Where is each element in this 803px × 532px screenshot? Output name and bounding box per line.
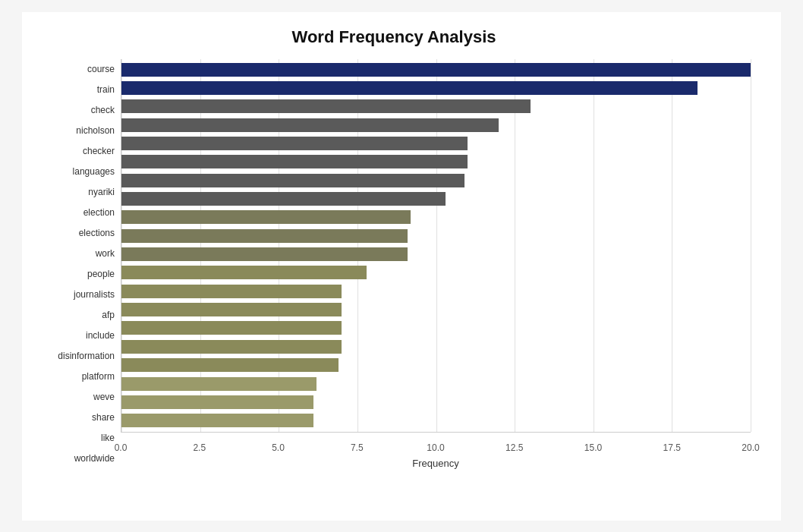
x-tick: 10.0 [427,442,444,453]
x-axis: 0.02.55.07.510.012.515.017.520.0 [121,432,751,455]
x-tick: 17.5 [663,442,681,453]
y-label: disinformation [58,347,115,365]
bar [121,63,751,77]
bar [121,118,499,132]
y-label: nicholson [76,121,115,140]
bar [121,414,313,427]
y-label: people [87,265,115,283]
bar-row [121,264,751,281]
y-label: work [96,244,115,263]
bar [121,229,408,243]
bar-row [121,357,751,373]
y-label: journalists [74,285,115,304]
bar [121,247,408,261]
y-label: platform [82,367,115,386]
grid-line [751,59,751,432]
x-tick: 7.5 [351,442,364,453]
bar [121,210,411,224]
bar [121,303,342,316]
bar-row [121,246,751,263]
bar [121,99,531,113]
y-label: share [92,408,115,427]
chart-container: Word Frequency Analysis coursetraincheck… [22,12,781,521]
x-tick: 20.0 [742,442,759,453]
y-label: elections [79,224,115,242]
y-label: nyariki [88,183,115,201]
y-label: train [97,80,115,99]
y-label: like [101,429,115,447]
bar [121,81,698,95]
bar [121,266,367,279]
x-tick: 15.0 [584,442,602,453]
bar [121,321,342,335]
y-label: afp [102,306,115,324]
bar-row [121,412,751,429]
bar-row [121,190,751,207]
y-label: election [83,203,115,222]
bar-row [121,376,751,392]
bar-row [121,135,751,152]
x-tick: 2.5 [193,442,206,453]
y-label: check [91,101,115,119]
bar-row [121,117,751,134]
x-tick: 0.0 [115,442,128,453]
bar [121,358,339,372]
bar [121,137,468,150]
bar [121,174,464,187]
bar [121,377,316,391]
x-tick: 12.5 [505,442,523,453]
bar-row [121,98,751,115]
bar-row [121,209,751,225]
bar [121,155,468,168]
bar-row [121,80,751,96]
y-label: weve [93,388,115,406]
bars-area [121,59,751,432]
bar [121,340,342,354]
bar [121,192,446,206]
chart-title: Word Frequency Analysis [37,27,751,47]
bar-row [121,320,751,336]
x-tick: 5.0 [272,442,285,453]
bar-row [121,172,751,189]
bar-row [121,153,751,170]
y-label: checker [83,142,115,160]
bars-and-xaxis: 0.02.55.07.510.012.515.017.520.0 Frequen… [121,59,751,469]
bar [121,395,313,409]
bar-row [121,228,751,244]
y-axis: coursetrainchecknicholsoncheckerlanguage… [37,59,121,469]
x-axis-label: Frequency [121,458,751,469]
bar-row [121,301,751,318]
bar-row [121,61,751,78]
bar-row [121,283,751,300]
y-label: worldwide [74,449,115,467]
y-label: languages [73,162,115,181]
bar-row [121,338,751,355]
y-label: include [86,326,115,345]
chart-area: coursetrainchecknicholsoncheckerlanguage… [37,59,751,469]
y-label: course [87,60,115,78]
bar-row [121,394,751,411]
bar [121,285,342,298]
